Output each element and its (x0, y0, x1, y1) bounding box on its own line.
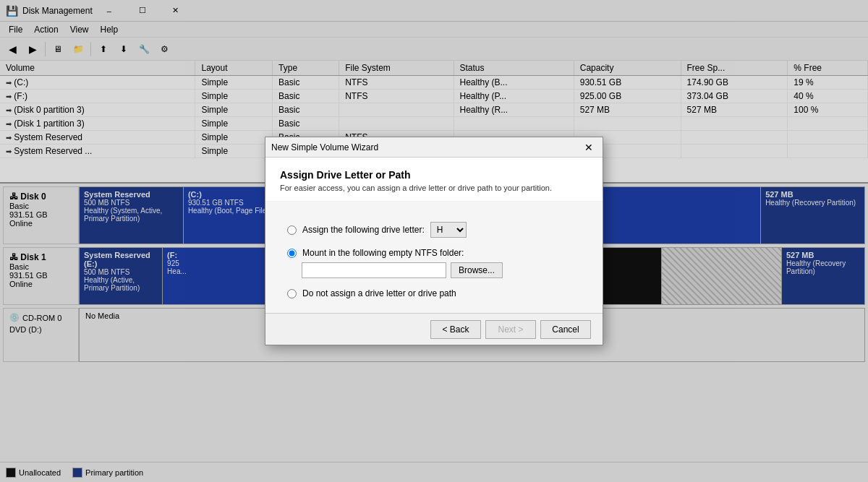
modal-body: Assign the following drive letter: H I J… (265, 202, 603, 313)
option-no-assign-row: Do not assign a drive letter or drive pa… (287, 288, 581, 298)
modal-titlebar: New Simple Volume Wizard ✕ (265, 137, 603, 158)
modal-heading: Assign Drive Letter or Path (280, 169, 588, 181)
ntfs-folder-input[interactable] (302, 262, 446, 278)
modal-subheading: For easier access, you can assign a driv… (280, 184, 588, 192)
modal-footer: < Back Next > Cancel (265, 313, 603, 345)
option-assign-letter-label[interactable]: Assign the following drive letter: (302, 225, 425, 235)
option-no-assign-radio[interactable] (287, 289, 297, 298)
modal-title: New Simple Volume Wizard (271, 142, 581, 152)
modal-header: Assign Drive Letter or Path For easier a… (265, 158, 603, 202)
next-button[interactable]: Next > (485, 320, 536, 339)
ntfs-folder-row: Browse... (302, 262, 581, 278)
modal-close-button[interactable]: ✕ (581, 139, 597, 155)
option-assign-letter-row: Assign the following drive letter: H I J (287, 222, 581, 238)
option-mount-folder-radio[interactable] (287, 249, 297, 258)
option-mount-folder-group: Mount in the following empty NTFS folder… (287, 248, 581, 278)
drive-options-group: Assign the following drive letter: H I J… (287, 222, 581, 298)
modal-overlay: New Simple Volume Wizard ✕ Assign Drive … (0, 0, 868, 482)
drive-letter-select[interactable]: H I J (430, 222, 467, 238)
browse-button[interactable]: Browse... (451, 262, 503, 278)
wizard-modal: New Simple Volume Wizard ✕ Assign Drive … (265, 137, 603, 345)
back-button[interactable]: < Back (430, 320, 481, 339)
option-no-assign-label[interactable]: Do not assign a drive letter or drive pa… (302, 288, 456, 298)
option-mount-folder-label[interactable]: Mount in the following empty NTFS folder… (302, 248, 464, 258)
cancel-button[interactable]: Cancel (540, 320, 591, 339)
option-mount-folder-row: Mount in the following empty NTFS folder… (287, 248, 581, 258)
option-assign-letter-radio[interactable] (287, 225, 297, 235)
